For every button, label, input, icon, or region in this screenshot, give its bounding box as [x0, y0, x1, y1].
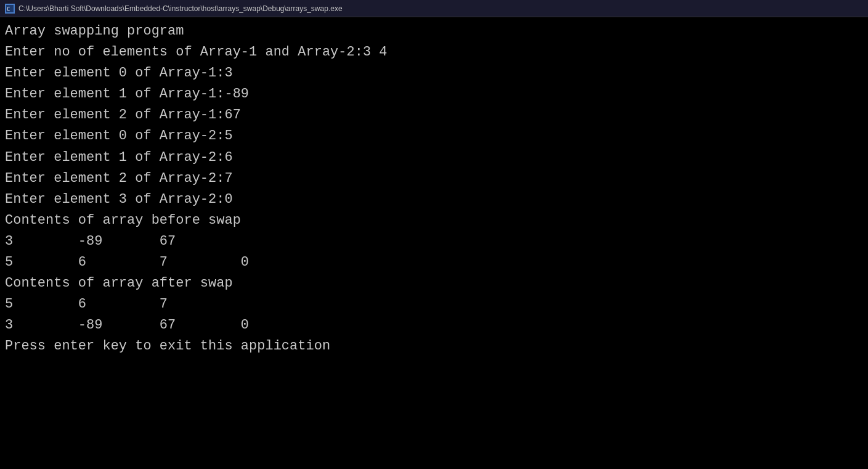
console-line: 5 6 7	[5, 294, 863, 315]
console-line: Array swapping program	[5, 21, 863, 42]
console-line: Contents of array after swap	[5, 273, 863, 294]
console-line: Enter element 0 of Array-2:5	[5, 126, 863, 147]
console-line: Enter element 1 of Array-2:6	[5, 147, 863, 168]
console-body: Array swapping programEnter no of elemen…	[0, 17, 868, 469]
cmd-icon: C	[5, 4, 15, 14]
console-line: Contents of array before swap	[5, 210, 863, 231]
console-line: Press enter key to exit this application	[5, 336, 863, 357]
title-bar: C C:\Users\Bharti Soft\Downloads\Embedde…	[0, 0, 868, 17]
title-bar-text: C:\Users\Bharti Soft\Downloads\Embedded-…	[18, 4, 343, 13]
console-line: Enter element 0 of Array-1:3	[5, 63, 863, 84]
console-line: Enter element 1 of Array-1:-89	[5, 84, 863, 105]
console-line: 5 6 7 0	[5, 252, 863, 273]
console-line: Enter element 3 of Array-2:0	[5, 189, 863, 210]
console-line: 3 -89 67	[5, 231, 863, 252]
console-line: 3 -89 67 0	[5, 315, 863, 336]
svg-text:C: C	[7, 6, 10, 12]
console-line: Enter element 2 of Array-1:67	[5, 105, 863, 126]
console-line: Enter no of elements of Array-1 and Arra…	[5, 42, 863, 63]
console-line: Enter element 2 of Array-2:7	[5, 168, 863, 189]
